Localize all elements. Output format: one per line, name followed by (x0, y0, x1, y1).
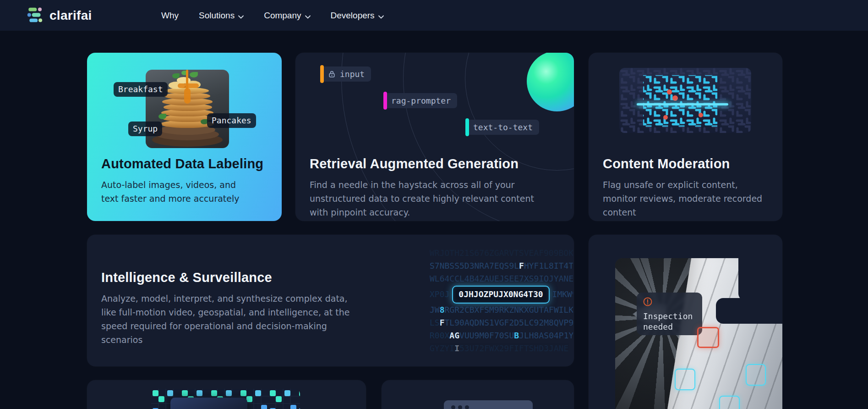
alert-dot (672, 95, 678, 101)
chevron-down-icon (378, 11, 384, 21)
nav-label-why: Why (161, 11, 179, 21)
pipeline-tag-text-to-text: text-to-text (467, 120, 539, 135)
alert-dot (663, 115, 668, 120)
clarifai-logo-text: clarifai (49, 8, 92, 23)
pipeline-tag-rag-prompter: rag-prompter (385, 93, 457, 108)
cipher-text-block: WRJOTH21S676ZGARVTSVEAF909BOK S7NBSS5D3N… (430, 247, 573, 366)
cipher-line: WL64CCL4B4ZAUEJSEE7XS9IOJYANE (430, 272, 573, 285)
pattern-center-card (170, 398, 247, 409)
photo-label-breakfast: Breakfast (114, 82, 168, 97)
tooltip-text-line1: Inspection (643, 311, 693, 321)
cipher-line: JW8RGR2CBXFSM9RKZNKXGUTAFWILK (430, 304, 573, 316)
card-title-content-moderation: Content Moderation (603, 156, 730, 171)
detection-bounding-box (719, 396, 740, 409)
card-bottom-left[interactable] (87, 380, 366, 409)
card-desc-content-moderation: Flag unsafe or explicit content, monitor… (603, 178, 768, 219)
cipher-line: R00XAGVUU9M0F70SUBJLH8AS04P1Y (430, 329, 573, 342)
nav-label-developers: Developers (331, 11, 375, 21)
card-content-moderation[interactable]: Content Moderation Flag unsafe or explic… (589, 53, 782, 221)
photo-label-pancakes: Pancakes (207, 113, 256, 128)
cipher-line-highlight: XP0J0JHJOZPUJX0NG4T30IMKW97 (430, 285, 573, 304)
detection-bounding-box (746, 364, 766, 386)
pipeline-tag-label: input (340, 69, 365, 79)
tag-accent-bar (465, 118, 469, 136)
decorative-cutout (738, 258, 782, 301)
nav-item-why[interactable]: Why (161, 11, 179, 21)
pipeline-tag-input: input (322, 66, 371, 82)
lock-icon (328, 70, 336, 78)
nav-item-developers[interactable]: Developers (331, 10, 384, 21)
chevron-down-icon (238, 11, 244, 21)
scan-line (637, 103, 728, 105)
pixel-pattern-panel (151, 389, 300, 409)
detection-bounding-box (675, 369, 695, 390)
card-bottom-middle[interactable] (382, 380, 574, 409)
main-nav: Why Solutions Company Developers (161, 0, 384, 31)
nav-item-company[interactable]: Company (264, 10, 310, 21)
pancakes-photo (146, 70, 229, 148)
inspection-tooltip: Inspection needed (637, 293, 702, 335)
card-desc-automated-data-labeling: Auto-label images, videos, and text fast… (101, 178, 252, 205)
card-desc-intelligence: Analyze, model, interpret, and synthesiz… (101, 292, 362, 347)
warning-icon (643, 297, 652, 308)
card-title-automated-data-labeling: Automated Data Labeling (101, 156, 263, 171)
top-navigation-bar: clarifai Why Solutions Company Developer… (0, 0, 868, 31)
pipeline-tag-label: rag-prompter (391, 96, 451, 105)
window-dot (451, 405, 455, 409)
tag-accent-bar (320, 65, 324, 83)
cipher-line: S7NBSS5D3NRA7EQS9LFHYF1L8IT4T (430, 260, 573, 272)
scan-pattern-panel (619, 68, 751, 133)
card-desc-rag: Find a needle in the haystack across all… (310, 178, 534, 219)
alert-dot (699, 113, 703, 117)
nav-label-solutions: Solutions (199, 11, 235, 21)
alert-dot (667, 89, 672, 94)
tag-accent-bar (383, 92, 387, 110)
browser-window-titlebar (444, 400, 533, 409)
nav-item-solutions[interactable]: Solutions (199, 10, 244, 21)
nav-label-company: Company (264, 11, 301, 21)
card-title-rag: Retrieval Augmented Generation (310, 156, 519, 171)
decorative-cutout (716, 298, 782, 324)
clarifai-homepage: clarifai Why Solutions Company Developer… (0, 0, 868, 409)
clarifai-logo[interactable]: clarifai (27, 6, 92, 25)
tooltip-text-line2: needed (643, 322, 673, 332)
pipeline-tag-label: text-to-text (473, 122, 533, 132)
window-dot (458, 405, 462, 409)
card-visual-inspection[interactable]: Inspection needed (589, 235, 782, 409)
card-title-intelligence: Intelligence & Surveillance (101, 270, 272, 285)
photo-label-syrup: Syrup (128, 122, 162, 136)
cipher-line: LSFTL90AQDNS1VGF2D5LC92M8QVP9 (430, 316, 573, 329)
chevron-down-icon (305, 11, 311, 21)
card-retrieval-augmented-generation[interactable]: input rag-prompter text-to-text Retrieva… (295, 53, 574, 221)
defect-bounding-box (697, 327, 719, 348)
cipher-line: WRJOTH21S676ZGARVTSVEAF909BOK (430, 247, 573, 260)
card-intelligence-surveillance[interactable]: Intelligence & Surveillance Analyze, mod… (87, 235, 574, 366)
highlighted-code-token: 0JHJOZPUJX0NG4T30 (452, 286, 549, 304)
window-dot (465, 405, 469, 409)
clarifai-logo-icon (27, 6, 44, 25)
card-automated-data-labeling[interactable]: Breakfast Syrup Pancakes Automated Data … (87, 53, 282, 221)
cipher-line: GYZYII53U72FWX29FIFTSHD3JANE (430, 342, 573, 355)
